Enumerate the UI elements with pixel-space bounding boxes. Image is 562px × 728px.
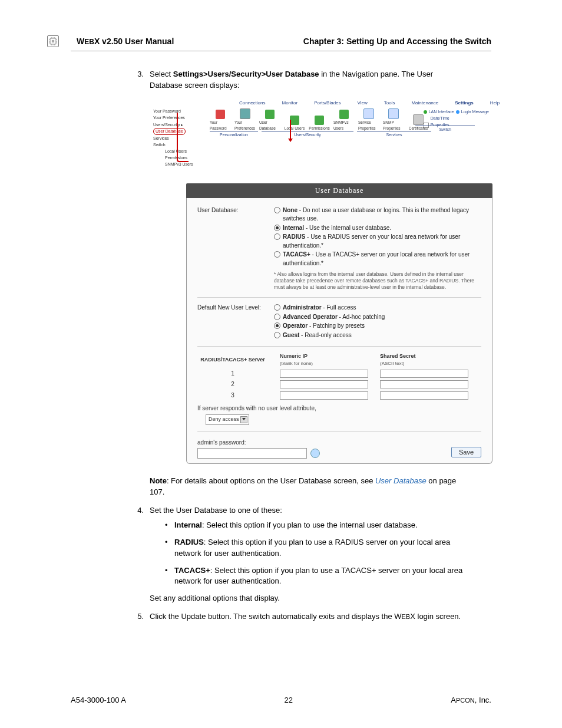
footer-page-number: 22 <box>284 696 292 704</box>
tb-your-password[interactable]: Your Password <box>210 110 231 131</box>
menu-view[interactable]: View <box>358 100 368 107</box>
chip-icon <box>47 35 59 47</box>
no-level-text: If server responds with no user level at… <box>197 404 481 413</box>
tb-service-properties[interactable]: Service Properties <box>358 108 379 131</box>
tb-snmp-properties[interactable]: SNMP Properties <box>383 108 404 131</box>
tb-your-preferences[interactable]: Your Preferences <box>234 108 256 131</box>
server-table: RADIUS/TACACS+ Server Numeric IP(blank f… <box>197 353 481 400</box>
footer-company: APCON, Inc. <box>451 696 491 704</box>
radio-internal[interactable] <box>274 225 280 231</box>
user-database-screenshot: Connections Monitor Ports/Blades View To… <box>151 98 492 465</box>
menu-tools[interactable]: Tools <box>384 100 395 107</box>
radio-tacacs[interactable] <box>274 251 280 258</box>
bullet-radius: RADIUS: Select this option if you plan t… <box>165 537 468 559</box>
link-login-message[interactable]: Login Message <box>461 109 489 115</box>
ip-input-2[interactable] <box>280 380 368 388</box>
secret-input-1[interactable] <box>380 370 468 378</box>
svg-rect-1 <box>52 40 54 42</box>
col-ip: Numeric IP <box>280 353 368 360</box>
tb-local-users[interactable]: Local Users <box>284 116 305 131</box>
user-database-label: User Database: <box>197 206 268 291</box>
admin-password-label: admin's password: <box>197 439 246 447</box>
row-2-num: 2 <box>197 380 268 389</box>
callout-line-1 <box>177 113 189 162</box>
bullet-internal: Internal: Select this option if you plan… <box>165 520 468 531</box>
page-header: WEBX v2.50 User Manual Chapter 3: Settin… <box>71 35 491 51</box>
panel-title: User Database <box>186 183 492 198</box>
secret-input-3[interactable] <box>380 391 468 400</box>
chapter-title: Chapter 3: Setting Up and Accessing the … <box>303 37 491 46</box>
user-database-note: * Also allows logins from the internal u… <box>274 271 481 290</box>
col-secret-sub: (ASCII text) <box>380 360 468 367</box>
step-4: 4. Set the User Database to one of these… <box>130 505 468 604</box>
main-menu: Connections Monitor Ports/Blades View To… <box>151 98 492 108</box>
step-5: 5. Click the Update button. The switch a… <box>130 611 468 622</box>
link-date-time[interactable]: Date/Time <box>431 116 449 121</box>
tb-user-database[interactable]: User Database <box>259 110 280 131</box>
radio-radius[interactable] <box>274 233 280 240</box>
footer-doc-id: A54-3000-100 A <box>71 696 126 704</box>
menu-ports-blades[interactable]: Ports/Blades <box>314 100 340 107</box>
link-lan-interface[interactable]: LAN Interface <box>429 109 454 115</box>
step-3: 3. Select Settings>Users/Security>User D… <box>130 69 468 91</box>
menu-help[interactable]: Help <box>490 100 500 107</box>
menu-maintenance[interactable]: Maintenance <box>411 100 438 107</box>
callout-line-2 <box>290 120 291 140</box>
step3-pre: Select <box>150 70 173 78</box>
group-users-security: Users/Security <box>262 131 353 138</box>
tb-permissions[interactable]: Permissions <box>309 116 330 131</box>
radio-advanced-operator[interactable] <box>274 314 280 320</box>
step-number: 4. <box>130 505 144 604</box>
save-button[interactable]: Save <box>451 447 481 457</box>
step5-text: Click the Update button. The switch auto… <box>150 611 468 622</box>
col-ip-sub: (blank for none) <box>280 360 368 367</box>
ip-input-1[interactable] <box>280 370 368 378</box>
chevron-down-icon <box>242 418 246 420</box>
col-secret: Shared Secret <box>380 353 468 360</box>
user-database-options: None - Do not use a user database or log… <box>274 206 481 291</box>
radio-operator[interactable] <box>274 322 280 329</box>
ip-input-3[interactable] <box>280 391 368 400</box>
status-dot-blue <box>456 110 459 114</box>
no-level-select[interactable]: Deny access <box>206 414 249 425</box>
default-level-options: Administrator - Full access Advanced Ope… <box>274 304 481 340</box>
tb-snmpv3-users[interactable]: SNMPv3 Users <box>333 110 355 131</box>
secret-input-2[interactable] <box>380 380 468 388</box>
note-paragraph: Note: For details about options on the U… <box>150 476 468 498</box>
step-number: 3. <box>130 69 144 91</box>
col-server: RADIUS/TACACS+ Server <box>197 356 268 364</box>
bullet-tacacs: TACACS+: Select this option if you plan … <box>165 565 468 588</box>
radio-none[interactable] <box>274 207 280 213</box>
step4-text: Set the User Database to one of these: <box>150 505 468 516</box>
page-footer: A54-3000-100 A 22 APCON, Inc. <box>71 696 491 704</box>
nav-snmpv3-users[interactable]: SNMPv3 Users <box>165 162 200 167</box>
link-user-database[interactable]: User Database <box>375 476 427 485</box>
status-dot-green <box>424 110 427 114</box>
row-3-num: 3 <box>197 391 268 400</box>
group-personalization: Personalization <box>210 131 258 138</box>
manual-title: WEBX v2.50 User Manual <box>77 37 174 46</box>
step-number: 5. <box>130 611 144 622</box>
row-1-num: 1 <box>197 370 268 378</box>
admin-password-input[interactable] <box>197 448 307 459</box>
step4-after: Set any additional options that display. <box>150 593 468 604</box>
menu-monitor[interactable]: Monitor <box>282 100 297 107</box>
menu-connections[interactable]: Connections <box>239 100 265 107</box>
default-level-label: Default New User Level: <box>197 304 268 340</box>
radio-guest[interactable] <box>274 332 280 338</box>
radio-administrator[interactable] <box>274 304 280 311</box>
nav-users-security[interactable]: Users/Security <box>153 123 180 127</box>
group-switch: Switch <box>415 126 475 133</box>
menu-settings[interactable]: Settings <box>455 100 474 107</box>
nav-path: Settings>Users/Security>User Database <box>173 70 319 78</box>
